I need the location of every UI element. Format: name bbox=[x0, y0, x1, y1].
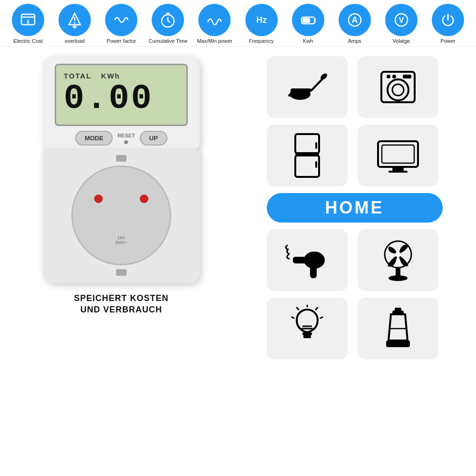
svg-line-54 bbox=[292, 317, 294, 318]
power-icon bbox=[432, 4, 464, 36]
svg-rect-48 bbox=[302, 332, 312, 335]
frequency-icon: Hz bbox=[245, 4, 278, 36]
svg-text:¥: ¥ bbox=[27, 19, 30, 25]
kwh-icon bbox=[292, 4, 324, 36]
svg-line-9 bbox=[168, 21, 170, 22]
appliance-blender bbox=[358, 298, 438, 359]
icon-item-power-factor: Power factor bbox=[100, 4, 143, 44]
socket-rating: 16A250V~ bbox=[115, 235, 127, 245]
socket-pin-left bbox=[94, 194, 103, 203]
svg-rect-23 bbox=[288, 94, 295, 97]
overload-icon bbox=[58, 4, 91, 36]
socket-section: 16A250V~ bbox=[43, 150, 200, 283]
svg-rect-41 bbox=[293, 257, 315, 263]
svg-point-45 bbox=[389, 275, 408, 281]
appliance-grid-bottom2 bbox=[267, 298, 443, 359]
svg-rect-36 bbox=[382, 145, 414, 163]
frequency-label: Frequency bbox=[249, 38, 274, 44]
voltage-icon: V bbox=[385, 4, 418, 36]
reset-label: RESET bbox=[117, 133, 135, 138]
svg-point-26 bbox=[392, 84, 404, 96]
lcd-labels: TOTAL KWh bbox=[64, 72, 120, 80]
overload-label: overload bbox=[65, 38, 85, 44]
amps-icon: A bbox=[339, 4, 371, 36]
svg-rect-33 bbox=[315, 142, 317, 149]
power-factor-label: Power factor bbox=[107, 38, 136, 44]
svg-rect-13 bbox=[314, 19, 316, 22]
icon-item-frequency: Hz Frequency bbox=[240, 4, 283, 44]
main-content: TOTAL KWh 0.00 MODE RESET UP bbox=[0, 47, 476, 451]
svg-rect-34 bbox=[315, 161, 317, 168]
icon-item-maxmin-power: Max/Min power bbox=[193, 4, 236, 44]
icon-item-voltage: V Volatge bbox=[380, 4, 423, 44]
icon-item-electric-cost: ¥ Electric Cost bbox=[7, 4, 49, 44]
svg-rect-14 bbox=[302, 18, 310, 23]
svg-point-25 bbox=[388, 79, 408, 100]
appliance-fan bbox=[358, 229, 438, 291]
appliance-vacuum bbox=[267, 56, 348, 118]
right-side: HOME bbox=[238, 47, 476, 451]
lcd-kwh-label: KWh bbox=[101, 72, 120, 80]
icon-bar: ¥ Electric Cost overload Power factor Cu… bbox=[0, 0, 476, 47]
appliance-grid-bottom1 bbox=[267, 229, 443, 291]
lcd-value: 0.00 bbox=[64, 82, 154, 116]
amps-label: Amps bbox=[348, 38, 361, 44]
svg-rect-55 bbox=[386, 340, 410, 347]
power-factor-icon bbox=[105, 4, 137, 36]
mode-button[interactable]: MODE bbox=[75, 131, 113, 146]
svg-point-28 bbox=[392, 75, 396, 78]
electric-cost-label: Electric Cost bbox=[13, 38, 43, 44]
svg-point-27 bbox=[387, 75, 390, 78]
cumulative-time-label: Cumulative Time bbox=[148, 38, 187, 44]
appliance-washing-machine bbox=[358, 56, 438, 118]
svg-rect-38 bbox=[389, 171, 408, 173]
up-button[interactable]: UP bbox=[140, 131, 167, 146]
appliance-fridge bbox=[267, 125, 348, 186]
svg-rect-57 bbox=[395, 308, 401, 311]
svg-rect-40 bbox=[310, 265, 317, 278]
appliance-grid-middle bbox=[267, 125, 443, 186]
led-indicator bbox=[124, 140, 128, 144]
home-badge: HOME bbox=[267, 193, 443, 223]
socket-pin-right bbox=[140, 194, 148, 203]
bottom-text: SPEICHERT KOSTEN UND VERBRAUCH bbox=[74, 293, 168, 315]
svg-text:Hz: Hz bbox=[256, 15, 267, 25]
socket-face: 16A250V~ bbox=[71, 165, 171, 265]
power-label: Power bbox=[440, 38, 455, 44]
icon-item-kwh: Kwh bbox=[287, 4, 330, 44]
svg-rect-49 bbox=[303, 335, 311, 338]
svg-rect-20 bbox=[291, 88, 311, 92]
svg-line-51 bbox=[316, 308, 318, 310]
svg-point-5 bbox=[74, 22, 76, 24]
svg-point-43 bbox=[395, 252, 401, 257]
cumulative-time-icon bbox=[152, 4, 184, 36]
svg-line-52 bbox=[297, 308, 299, 310]
bottom-text-line2: UND VERBRAUCH bbox=[80, 305, 162, 314]
icon-item-overload: overload bbox=[53, 4, 96, 44]
socket-bottom-connector bbox=[116, 269, 126, 276]
appliance-hair-dryer bbox=[267, 229, 348, 291]
appliance-tv bbox=[358, 125, 438, 186]
maxmin-power-icon bbox=[198, 4, 231, 36]
svg-text:V: V bbox=[398, 16, 404, 24]
left-side: TOTAL KWh 0.00 MODE RESET UP bbox=[0, 47, 238, 451]
electric-cost-icon: ¥ bbox=[12, 4, 44, 36]
energy-meter-device: TOTAL KWh 0.00 MODE RESET UP bbox=[43, 56, 200, 153]
voltage-label: Volatge bbox=[392, 38, 410, 44]
appliance-lamp bbox=[267, 298, 348, 359]
icon-item-power: Power bbox=[427, 4, 469, 44]
button-row: MODE RESET UP bbox=[55, 131, 188, 146]
svg-rect-29 bbox=[403, 75, 411, 78]
svg-line-53 bbox=[321, 317, 322, 318]
lcd-total-label: TOTAL bbox=[64, 72, 92, 80]
bottom-text-line1: SPEICHERT KOSTEN bbox=[74, 293, 168, 303]
socket-top-connector bbox=[116, 155, 126, 162]
lcd-screen: TOTAL KWh 0.00 bbox=[55, 64, 188, 126]
icon-item-cumulative-time: Cumulative Time bbox=[146, 4, 189, 44]
svg-text:A: A bbox=[351, 15, 358, 25]
icon-item-amps: A Amps bbox=[333, 4, 376, 44]
appliance-grid-top bbox=[267, 56, 443, 118]
svg-rect-37 bbox=[392, 168, 404, 171]
kwh-label: Kwh bbox=[303, 38, 313, 44]
maxmin-power-label: Max/Min power bbox=[197, 38, 233, 44]
